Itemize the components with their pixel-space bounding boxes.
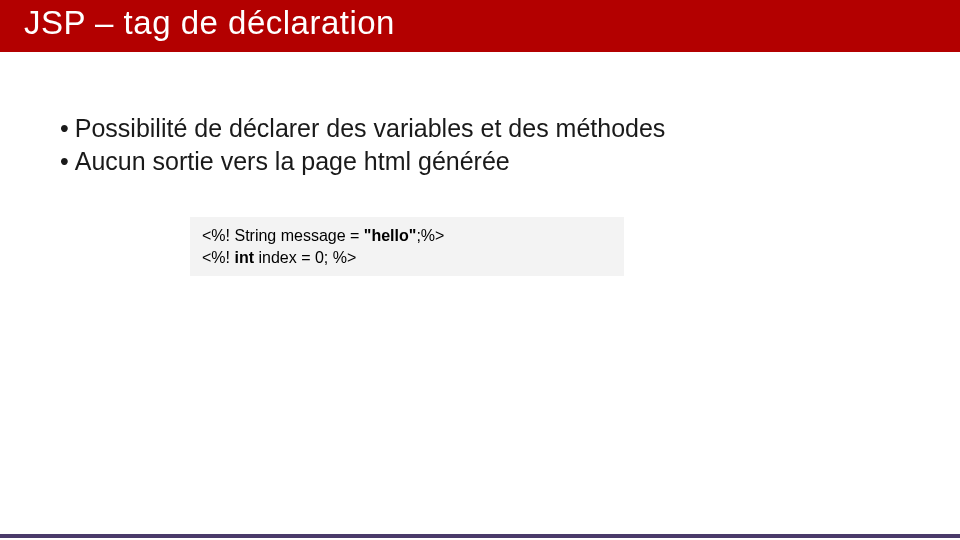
code-block: <%! String message = "hello";%> <%! int … <box>190 217 624 276</box>
bullet-icon: • <box>60 145 69 178</box>
code-line: <%! String message = "hello";%> <box>202 225 612 247</box>
slide-content: • Possibilité de déclarer des variables … <box>0 52 960 276</box>
footer-bar <box>0 534 960 538</box>
list-item: • Possibilité de déclarer des variables … <box>60 112 900 145</box>
code-text: index = 0; %> <box>254 249 356 266</box>
slide-header: JSP – tag de déclaration <box>0 0 960 52</box>
bullet-text: Possibilité de déclarer des variables et… <box>75 112 666 145</box>
code-keyword: int <box>234 249 254 266</box>
slide-title: JSP – tag de déclaration <box>24 4 395 41</box>
list-item: • Aucun sortie vers la page html générée <box>60 145 900 178</box>
code-string: "hello" <box>364 227 417 244</box>
bullet-list: • Possibilité de déclarer des variables … <box>60 112 900 177</box>
code-line: <%! int index = 0; %> <box>202 247 612 269</box>
bullet-text: Aucun sortie vers la page html générée <box>75 145 510 178</box>
code-text: <%! <box>202 249 234 266</box>
code-text: ;%> <box>416 227 444 244</box>
code-text: <%! String message = <box>202 227 364 244</box>
bullet-icon: • <box>60 112 69 145</box>
